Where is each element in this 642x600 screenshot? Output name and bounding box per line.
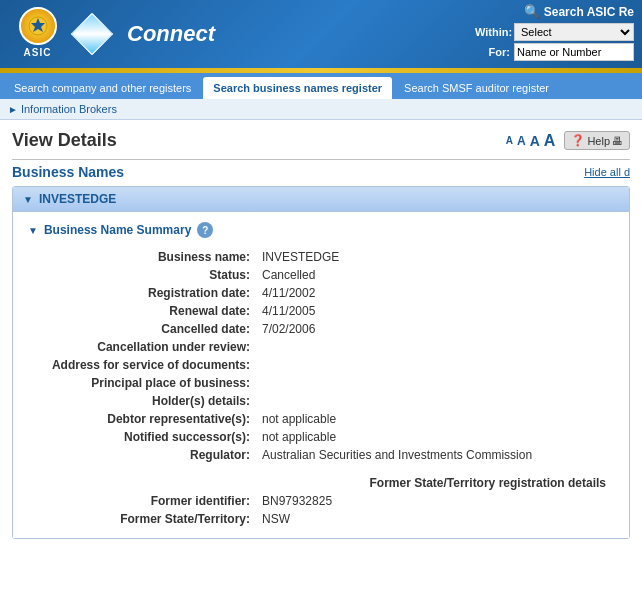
- help-icon: ❓: [571, 134, 585, 147]
- field-label: Cancellation under review:: [28, 338, 258, 356]
- field-label: Address for service of documents:: [28, 356, 258, 374]
- business-names-section-header: Business Names Hide all d: [12, 164, 630, 180]
- table-row: Address for service of documents:: [28, 356, 614, 374]
- nav-tabs: Search company and other registers Searc…: [0, 73, 642, 99]
- field-value: [258, 356, 614, 374]
- within-row: Within: Select: [475, 23, 634, 41]
- field-label: Former identifier:: [28, 492, 258, 510]
- field-value: Cancelled: [258, 266, 614, 284]
- table-row: Cancellation under review:: [28, 338, 614, 356]
- table-row: Status: Cancelled: [28, 266, 614, 284]
- help-button[interactable]: ❓ Help 🖶: [564, 131, 630, 150]
- table-row: Cancelled date: 7/02/2006: [28, 320, 614, 338]
- field-label: Status:: [28, 266, 258, 284]
- site-header: ASIC Connect 🔍 Search ASIC Re Within: Se…: [0, 0, 642, 68]
- search-asic-row: 🔍 Search ASIC Re: [524, 4, 634, 19]
- summary-section: ▼ Business Name Summary ? Business name:…: [13, 212, 629, 538]
- font-size-medium[interactable]: A: [516, 134, 527, 148]
- main-content: View Details A A A A ❓ Help 🖶 Business N…: [0, 120, 642, 559]
- search-asic-label: Search ASIC Re: [544, 5, 634, 19]
- header-actions: A A A A ❓ Help 🖶: [505, 131, 630, 150]
- within-label: Within:: [475, 26, 510, 38]
- font-size-small[interactable]: A: [505, 135, 514, 146]
- field-value: [258, 392, 614, 410]
- summary-collapse-arrow-icon[interactable]: ▼: [28, 225, 38, 236]
- asic-crest: [19, 7, 57, 45]
- summary-header: ▼ Business Name Summary ?: [28, 222, 614, 238]
- field-label: Holder(s) details:: [28, 392, 258, 410]
- field-label: Registration date:: [28, 284, 258, 302]
- summary-title: Business Name Summary: [44, 223, 191, 237]
- tab-smsf-search[interactable]: Search SMSF auditor register: [394, 77, 559, 99]
- field-label: Debtor representative(s):: [28, 410, 258, 428]
- field-label: Renewal date:: [28, 302, 258, 320]
- entity-collapse-arrow-icon[interactable]: ▼: [23, 194, 33, 205]
- summary-help-button[interactable]: ?: [197, 222, 213, 238]
- tab-business-names-search[interactable]: Search business names register: [203, 77, 392, 99]
- details-table: Business name: INVESTEDGE Status: Cancel…: [28, 248, 614, 528]
- table-row: Notified successor(s): not applicable: [28, 428, 614, 446]
- help-print-icon: 🖶: [612, 135, 623, 147]
- hide-all-link[interactable]: Hide all d: [584, 166, 630, 178]
- field-value: 4/11/2005: [258, 302, 614, 320]
- table-row: Former State/Territory: NSW: [28, 510, 614, 528]
- table-row: Regulator: Australian Securities and Inv…: [28, 446, 614, 464]
- field-value: not applicable: [258, 428, 614, 446]
- table-row: Registration date: 4/11/2002: [28, 284, 614, 302]
- font-size-xlarge[interactable]: A: [543, 132, 557, 150]
- connect-brand: Connect: [127, 21, 215, 47]
- breadcrumb-label: Information Brokers: [21, 103, 117, 115]
- field-label: Former State/Territory:: [28, 510, 258, 528]
- within-select[interactable]: Select: [514, 23, 634, 41]
- field-value: [258, 338, 614, 356]
- table-row: Former identifier: BN97932825: [28, 492, 614, 510]
- within-for-area: Within: Select For:: [475, 23, 634, 61]
- divider-1: [12, 159, 630, 160]
- breadcrumb-link[interactable]: ► Information Brokers: [8, 103, 634, 115]
- asic-label: ASIC: [24, 47, 52, 58]
- field-value: [258, 374, 614, 392]
- summary-help-icon: ?: [202, 225, 208, 236]
- field-label: Notified successor(s):: [28, 428, 258, 446]
- table-row: Principal place of business:: [28, 374, 614, 392]
- table-row: Business name: INVESTEDGE: [28, 248, 614, 266]
- asic-logo: ASIC: [10, 7, 65, 62]
- for-row: For:: [475, 43, 634, 61]
- for-input[interactable]: [514, 43, 634, 61]
- breadcrumb-arrow-icon: ►: [8, 104, 18, 115]
- former-details-subheader: Former State/Territory registration deta…: [28, 464, 614, 492]
- field-value: NSW: [258, 510, 614, 528]
- field-label: Principal place of business:: [28, 374, 258, 392]
- entity-block: ▼ INVESTEDGE ▼ Business Name Summary ? B…: [12, 186, 630, 539]
- view-details-header: View Details A A A A ❓ Help 🖶: [12, 130, 630, 151]
- magnifier-icon: 🔍: [524, 4, 540, 19]
- field-value: not applicable: [258, 410, 614, 428]
- field-value: INVESTEDGE: [258, 248, 614, 266]
- field-value: BN97932825: [258, 492, 614, 510]
- table-row: Holder(s) details:: [28, 392, 614, 410]
- connect-diamond-icon: [73, 15, 111, 53]
- tab-company-search[interactable]: Search company and other registers: [4, 77, 201, 99]
- help-label: Help: [587, 135, 610, 147]
- table-row: Former State/Territory registration deta…: [28, 464, 614, 492]
- table-row: Renewal date: 4/11/2005: [28, 302, 614, 320]
- for-label: For:: [475, 46, 510, 58]
- field-label: Business name:: [28, 248, 258, 266]
- entity-header: ▼ INVESTEDGE: [13, 187, 629, 212]
- breadcrumb-bar: ► Information Brokers: [0, 99, 642, 120]
- field-label: Cancelled date:: [28, 320, 258, 338]
- field-value: 7/02/2006: [258, 320, 614, 338]
- font-resize-controls: A A A A: [505, 132, 557, 150]
- font-size-large[interactable]: A: [529, 133, 541, 149]
- business-names-title: Business Names: [12, 164, 124, 180]
- search-area: 🔍 Search ASIC Re Within: Select For:: [475, 4, 634, 61]
- logo-area: ASIC Connect: [10, 7, 215, 62]
- field-value: Australian Securities and Investments Co…: [258, 446, 614, 464]
- table-row: Debtor representative(s): not applicable: [28, 410, 614, 428]
- field-label: Regulator:: [28, 446, 258, 464]
- entity-name: INVESTEDGE: [39, 192, 116, 206]
- page-title: View Details: [12, 130, 117, 151]
- field-value: 4/11/2002: [258, 284, 614, 302]
